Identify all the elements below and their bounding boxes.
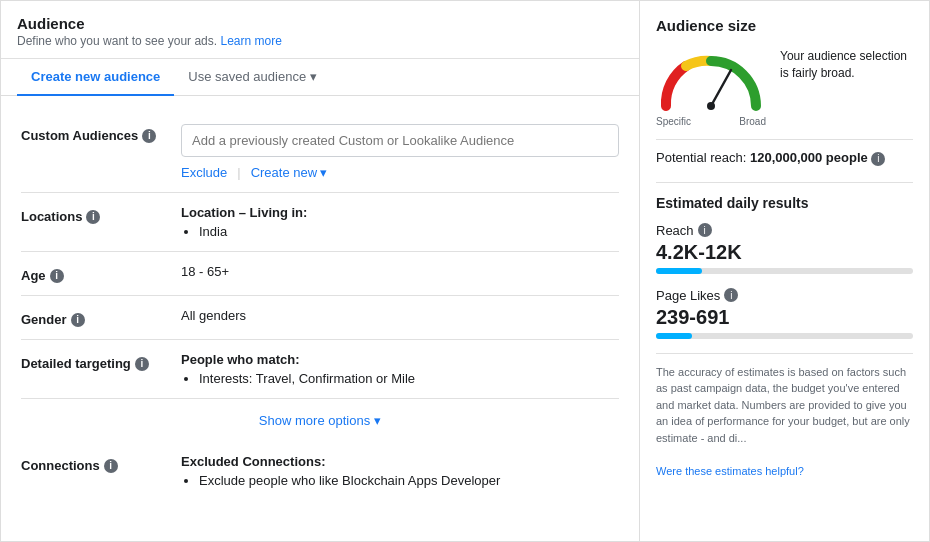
- gender-value: All genders: [181, 308, 619, 323]
- audience-size-title: Audience size: [656, 17, 913, 34]
- connections-title: Excluded Connections:: [181, 454, 619, 469]
- age-label: Age i: [21, 264, 181, 283]
- gauge-specific-label: Specific: [656, 116, 691, 127]
- connections-list: Exclude people who like Blockchain Apps …: [181, 473, 619, 488]
- svg-point-1: [707, 102, 715, 110]
- learn-more-link[interactable]: Learn more: [220, 34, 281, 48]
- gender-row: Gender i All genders: [21, 296, 619, 340]
- tab-use-saved[interactable]: Use saved audience ▾: [174, 59, 331, 96]
- sidebar: Audience size Specific: [640, 0, 930, 542]
- detailed-targeting-title: People who match:: [181, 352, 619, 367]
- exclude-link[interactable]: Exclude: [181, 165, 227, 180]
- tab-create-new[interactable]: Create new audience: [17, 59, 174, 96]
- locations-label: Locations i: [21, 205, 181, 224]
- page-likes-label: Page Likes i: [656, 288, 913, 303]
- connections-info-icon[interactable]: i: [104, 459, 118, 473]
- detailed-targeting-content: People who match: Interests: Travel, Con…: [181, 352, 619, 386]
- chevron-down-icon: ▾: [310, 69, 317, 84]
- connections-item: Exclude people who like Blockchain Apps …: [199, 473, 619, 488]
- gauge-labels: Specific Broad: [656, 116, 766, 127]
- svg-line-0: [711, 70, 731, 106]
- detailed-targeting-list: Interests: Travel, Confirmation or Mile: [181, 371, 619, 386]
- gauge-wrapper: Specific Broad: [656, 48, 766, 127]
- potential-reach-value: 120,000,000 people: [750, 150, 868, 165]
- location-title: Location – Living in:: [181, 205, 619, 220]
- locations-content: Location – Living in: India: [181, 205, 619, 239]
- gauge-area: Specific Broad Your audience selection i…: [656, 48, 913, 127]
- connections-row: Connections i Excluded Connections: Excl…: [21, 442, 619, 500]
- chevron-down-icon: ▾: [320, 165, 327, 180]
- show-more-button[interactable]: Show more options ▾: [259, 413, 381, 428]
- section-subtitle: Define who you want to see your ads. Lea…: [17, 34, 623, 48]
- gauge-chart: [656, 48, 766, 113]
- detailed-targeting-label: Detailed targeting i: [21, 352, 181, 371]
- section-title: Audience: [17, 15, 623, 32]
- audience-section-header: Audience Define who you want to see your…: [1, 1, 639, 59]
- estimated-daily-title: Estimated daily results: [656, 182, 913, 211]
- locations-row: Locations i Location – Living in: India: [21, 193, 619, 252]
- create-new-button[interactable]: Create new ▾: [251, 165, 327, 180]
- gender-info-icon[interactable]: i: [71, 313, 85, 327]
- reach-info-icon[interactable]: i: [698, 223, 712, 237]
- reach-bar-background: [656, 268, 913, 274]
- page-likes-value: 239-691: [656, 306, 913, 329]
- page-likes-info-icon[interactable]: i: [724, 288, 738, 302]
- custom-audiences-input[interactable]: [181, 124, 619, 157]
- helpful-link[interactable]: Were these estimates helpful?: [656, 465, 804, 477]
- connections-label: Connections i: [21, 454, 181, 473]
- reach-value: 4.2K-12K: [656, 241, 913, 264]
- page-likes-bar-fill: [656, 333, 692, 339]
- custom-audiences-content: Exclude | Create new ▾: [181, 124, 619, 180]
- accuracy-note: The accuracy of estimates is based on fa…: [656, 353, 913, 480]
- age-row: Age i 18 - 65+: [21, 252, 619, 296]
- connections-content: Excluded Connections: Exclude people who…: [181, 454, 619, 488]
- gauge-description: Your audience selection is fairly broad.: [780, 48, 913, 82]
- page-likes-metric: Page Likes i 239-691: [656, 288, 913, 339]
- reach-bar-fill: [656, 268, 702, 274]
- form-area: Custom Audiences i Exclude | Create new …: [1, 96, 639, 516]
- locations-info-icon[interactable]: i: [86, 210, 100, 224]
- reach-label: Reach i: [656, 223, 913, 238]
- age-value: 18 - 65+: [181, 264, 619, 279]
- potential-reach: Potential reach: 120,000,000 people i: [656, 139, 913, 166]
- custom-audiences-row: Custom Audiences i Exclude | Create new …: [21, 112, 619, 193]
- audience-actions: Exclude | Create new ▾: [181, 165, 619, 180]
- show-more-area: Show more options ▾: [21, 399, 619, 442]
- potential-reach-info-icon[interactable]: i: [871, 152, 885, 166]
- tab-bar: Create new audience Use saved audience ▾: [1, 59, 639, 96]
- reach-metric: Reach i 4.2K-12K: [656, 223, 913, 274]
- custom-audiences-label: Custom Audiences i: [21, 124, 181, 143]
- detailed-targeting-row: Detailed targeting i People who match: I…: [21, 340, 619, 399]
- page-likes-bar-background: [656, 333, 913, 339]
- gauge-broad-label: Broad: [739, 116, 766, 127]
- custom-audiences-info-icon[interactable]: i: [142, 129, 156, 143]
- detailed-targeting-item: Interests: Travel, Confirmation or Mile: [199, 371, 619, 386]
- location-item: India: [199, 224, 619, 239]
- gender-label: Gender i: [21, 308, 181, 327]
- detailed-targeting-info-icon[interactable]: i: [135, 357, 149, 371]
- chevron-down-icon: ▾: [374, 413, 381, 428]
- age-info-icon[interactable]: i: [50, 269, 64, 283]
- location-list: India: [181, 224, 619, 239]
